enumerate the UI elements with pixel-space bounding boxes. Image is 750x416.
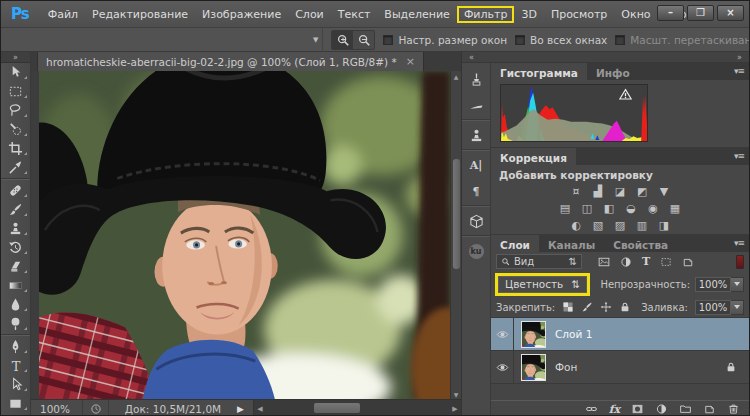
toolbar-collapse-button[interactable]: » — [1, 52, 30, 63]
tool-presets-panel-button[interactable] — [462, 66, 490, 92]
fill-dropdown-icon[interactable] — [731, 300, 744, 315]
panel-menu-icon[interactable]: ▾≡ — [734, 151, 744, 161]
layer-thumbnail[interactable] — [521, 321, 546, 348]
warning-icon[interactable] — [619, 88, 632, 101]
black-white-icon[interactable]: ◧ — [601, 202, 618, 215]
new-adjustment-layer-icon[interactable] — [655, 403, 668, 415]
tool-type[interactable]: T — [1, 356, 30, 375]
tab-properties[interactable]: Свойства — [604, 235, 677, 252]
minimize-button[interactable]: – — [657, 5, 684, 21]
filter-adjustment-layers-icon[interactable] — [620, 256, 632, 268]
tool-move[interactable] — [1, 63, 30, 82]
filter-pixel-layers-icon[interactable] — [598, 256, 610, 268]
status-menu-arrow-icon[interactable]: ▶ — [237, 404, 253, 414]
link-layers-icon[interactable] — [585, 403, 598, 415]
new-group-icon[interactable] — [679, 403, 692, 415]
visibility-toggle[interactable] — [491, 318, 514, 350]
lock-pixels-icon[interactable] — [581, 301, 593, 313]
menu-3d[interactable]: 3D — [514, 6, 543, 23]
filter-shape-layers-icon[interactable] — [660, 256, 672, 268]
scroll-right-icon[interactable]: ▶ — [449, 405, 461, 413]
levels-icon[interactable]: ▟ — [590, 185, 607, 198]
tool-eyedropper[interactable] — [1, 158, 30, 177]
lock-position-icon[interactable] — [600, 301, 612, 313]
tool-path-selection[interactable] — [1, 375, 30, 394]
add-layer-mask-icon[interactable] — [631, 403, 644, 415]
lock-transparency-icon[interactable] — [562, 301, 574, 313]
brush-panel-button[interactable] — [462, 92, 490, 118]
tab-adjustments[interactable]: Коррекция — [491, 148, 576, 165]
color-lookup-icon[interactable]: ▦ — [667, 202, 684, 215]
resize-windows-option[interactable]: Настр. размер окон — [383, 34, 507, 46]
checkbox-icon[interactable] — [515, 35, 525, 45]
clone-source-panel-button[interactable] — [462, 122, 490, 148]
filter-smart-objects-icon[interactable] — [682, 256, 694, 268]
tool-quick-selection[interactable] — [1, 120, 30, 139]
vibrance-icon[interactable]: ▼ — [656, 185, 673, 198]
tab-histogram[interactable]: Гистограмма — [491, 63, 587, 80]
menu-view[interactable]: Просмотр — [544, 6, 614, 23]
tab-info[interactable]: Инфо — [587, 63, 639, 80]
3d-panel-button[interactable] — [462, 208, 490, 234]
new-layer-icon[interactable] — [703, 403, 716, 415]
document-tab[interactable]: hromaticheskie-aberracii-big-02-2.jpg @ … — [37, 52, 424, 71]
curves-icon[interactable]: ◪ — [612, 185, 629, 198]
close-button[interactable]: × — [717, 5, 744, 21]
zoom-all-windows-option[interactable]: Во всех окнах — [515, 34, 607, 46]
menu-layers[interactable]: Слои — [288, 6, 331, 23]
checkbox-icon[interactable] — [383, 35, 393, 45]
dock-collapse-left-icon[interactable]: « — [469, 53, 474, 62]
menu-file[interactable]: Файл — [41, 6, 85, 23]
maximize-button[interactable]: ❐ — [687, 5, 714, 21]
color-balance-icon[interactable]: ◫ — [579, 202, 596, 215]
layer-name[interactable]: Фон — [555, 361, 577, 373]
kuler-panel-button[interactable]: ku — [462, 238, 490, 264]
status-zoom-field[interactable]: 100% — [31, 400, 83, 416]
tab-close-icon[interactable]: × — [406, 55, 415, 68]
zoom-in-button[interactable] — [332, 31, 353, 49]
character-panel-button[interactable]: A| — [462, 152, 490, 178]
scroll-down-icon[interactable]: ▼ — [454, 389, 459, 399]
menu-window[interactable]: Окно — [614, 6, 657, 23]
posterize-icon[interactable]: ▧ — [590, 219, 607, 232]
selective-color-icon[interactable]: ◨ — [656, 219, 673, 232]
tool-pen[interactable] — [1, 337, 30, 356]
layer-row-layer1[interactable]: Слой 1 — [491, 318, 749, 351]
vertical-scroll-thumb[interactable] — [453, 159, 460, 269]
menu-image[interactable]: Изображение — [195, 6, 288, 23]
layer-thumbnail[interactable] — [521, 354, 546, 381]
canvas-photo[interactable] — [39, 71, 450, 399]
tool-dodge[interactable] — [1, 314, 30, 333]
tool-lasso[interactable] — [1, 101, 30, 120]
filter-type-layers-icon[interactable]: T — [642, 255, 650, 268]
layer-name[interactable]: Слой 1 — [555, 328, 592, 340]
tool-blur[interactable] — [1, 295, 30, 314]
menu-edit[interactable]: Редактирование — [85, 6, 195, 23]
fill-value[interactable]: 100% — [695, 300, 731, 315]
layer-row-background[interactable]: Фон — [491, 351, 749, 384]
blend-mode-select[interactable]: Цветность ⇅ — [498, 276, 587, 293]
opacity-value[interactable]: 100% — [695, 277, 731, 292]
panel-menu-icon[interactable]: ▾≡ — [734, 66, 744, 76]
menu-type[interactable]: Текст — [331, 6, 378, 23]
menu-select[interactable]: Выделение — [377, 6, 457, 23]
opacity-dropdown-icon[interactable] — [731, 277, 744, 292]
status-preview-button[interactable] — [83, 400, 109, 416]
tool-healing-brush[interactable] — [1, 181, 30, 200]
horizontal-scroll-thumb[interactable] — [314, 403, 360, 413]
threshold-icon[interactable]: ▨ — [612, 219, 629, 232]
panel-menu-icon[interactable]: ▾≡ — [734, 238, 744, 248]
scroll-up-icon[interactable]: ▲ — [454, 71, 459, 81]
channel-mixer-icon[interactable]: ◉ — [645, 202, 662, 215]
horizontal-scrollbar[interactable]: ◀ ▶ — [253, 400, 461, 416]
brightness-contrast-icon[interactable]: ¤ — [568, 185, 585, 198]
layer-filtering-toggle[interactable] — [736, 255, 744, 269]
tab-channels[interactable]: Каналы — [539, 235, 604, 252]
tool-history-brush[interactable] — [1, 238, 30, 257]
scroll-left-icon[interactable]: ◀ — [254, 405, 266, 413]
tab-layers[interactable]: Слои — [491, 235, 539, 252]
zoom-out-button[interactable] — [353, 31, 374, 49]
tool-brush[interactable] — [1, 200, 30, 219]
photo-filter-icon[interactable]: ◒ — [623, 202, 640, 215]
visibility-toggle[interactable] — [491, 351, 514, 383]
